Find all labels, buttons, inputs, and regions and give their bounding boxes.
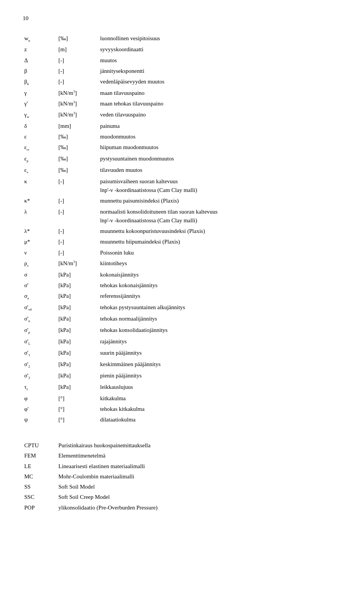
table-row: δ[mm]painuma <box>23 121 341 131</box>
unit-cell: [kPa] <box>57 348 99 359</box>
unit-cell: [-] <box>57 196 99 206</box>
table-row: εp[‰]pystysuuntainen muodonmuutos <box>23 154 341 165</box>
table-row: σ'n[kPa]tehokas normaalijännitys <box>23 314 341 325</box>
symbol-cell: γ' <box>23 99 57 109</box>
symbol-cell: wn <box>23 33 57 44</box>
symbol-cell: εcr <box>23 142 57 154</box>
table-row: wn[‰]luonnollinen vesipitoisuus <box>23 33 341 44</box>
table-row: σ'v0[kPa]tehokas pystysuuntainen alkujän… <box>23 302 341 314</box>
table-row: ε[‰]muodonmuutos <box>23 131 341 142</box>
table-row: σa[kPa]referenssijännitys <box>23 291 341 302</box>
table-row: Δ[-]muutos <box>23 55 341 66</box>
table-row: κ[-]paisumisvaiheen suoran kaltevuuslnp'… <box>23 176 341 196</box>
table-row: φ'[°]tehokas kitkakulma <box>23 404 341 415</box>
table-row: εv[‰]tilavuuden muutos <box>23 165 341 176</box>
acronym-cell: FEM <box>23 451 57 461</box>
unit-cell: [kN/m3] <box>57 88 99 99</box>
symbol-cell: σa <box>23 291 57 302</box>
unit-cell: [-] <box>57 206 99 226</box>
description-cell: pystysuuntainen muodonmuutos <box>99 154 341 165</box>
table-row: β[-]jännityseksponentti <box>23 66 341 76</box>
unit-cell: [‰] <box>57 33 99 44</box>
table-row: σ'p[kPa]tehokas konsolidaatiojännitys <box>23 325 341 336</box>
description-cell: dilataatiokulma <box>99 415 341 425</box>
description-cell: syvyyskoordinaatti <box>99 44 341 55</box>
table-row: σ'[kPa]tehokas kokonaisjännitys <box>23 280 341 291</box>
description-cell: paisumisvaiheen suoran kaltevuuslnp'-v -… <box>99 176 341 196</box>
unit-cell: [-] <box>57 66 99 76</box>
description-cell: maan tilavuuspaino <box>99 88 341 99</box>
table-row: σ'3[kPa]pienin pääjännitys <box>23 370 341 382</box>
acronym-description-cell: ylikonsolidaatio (Pre-Overburden Pressur… <box>57 503 341 513</box>
description-cell: kiintotiheys <box>99 258 341 269</box>
unit-cell: [kPa] <box>57 370 99 382</box>
symbol-cell: σ'v0 <box>23 302 57 314</box>
table-row: γ[kN/m3]maan tilavuuspaino <box>23 88 341 99</box>
table-row: μ*[-]muunnettu hiipumaindeksi (Plaxis) <box>23 237 341 247</box>
acronym-cell: CPTU <box>23 440 57 451</box>
table-row: ψ[°]dilataatiokulma <box>23 415 341 425</box>
description-cell: tehokas normaalijännitys <box>99 314 341 325</box>
table-row: λ[-]normaalisti konsolidoituneen tilan s… <box>23 206 341 226</box>
unit-cell: [°] <box>57 415 99 425</box>
acronym-description-cell: Soft Soil Model <box>57 482 341 492</box>
symbol-cell: σ' <box>23 280 57 291</box>
acronym-row: POPylikonsolidaatio (Pre-Overburden Pres… <box>23 503 341 513</box>
unit-cell: [kN/m3] <box>57 258 99 269</box>
table-row: ν[-]Poissonin luku <box>23 247 341 258</box>
unit-cell: [kPa] <box>57 359 99 370</box>
symbol-cell: β <box>23 66 57 76</box>
acronym-description-cell: Lineaarisesti elastinen materiaalimalli <box>57 461 341 472</box>
description-cell: hiipuman muodonmuutos <box>99 142 341 154</box>
table-row: σ'L[kPa]rajajännitys <box>23 336 341 348</box>
symbol-cell: εp <box>23 154 57 165</box>
acronym-description-cell: Soft Soil Creep Model <box>57 492 341 502</box>
acronym-cell: MC <box>23 472 57 482</box>
unit-cell: [-] <box>57 77 99 88</box>
unit-cell: [m] <box>57 44 99 55</box>
table-row: τf[kPa]leikkauslujuus <box>23 382 341 393</box>
table-row: γ'[kN/m3]maan tehokas tilavuuspaino <box>23 99 341 109</box>
unit-cell: [‰] <box>57 142 99 154</box>
symbol-cell: λ* <box>23 226 57 237</box>
description-cell: muunnettu kokoonpuristuvuusindeksi (Plax… <box>99 226 341 237</box>
acronym-description-cell: Mohr-Coulombin materiaalimalli <box>57 472 341 482</box>
symbol-cell: σ'L <box>23 336 57 348</box>
symbol-cell: σ'2 <box>23 359 57 370</box>
description-cell: tehokas konsolidaatiojännitys <box>99 325 341 336</box>
table-row: βk[-]vedenläpäisevyyden muutos <box>23 77 341 88</box>
description-cell: muodonmuutos <box>99 131 341 142</box>
unit-cell: [°] <box>57 404 99 415</box>
unit-cell: [kPa] <box>57 325 99 336</box>
symbol-cell: κ <box>23 176 57 196</box>
acronym-row: SSSoft Soil Model <box>23 482 341 492</box>
acronym-description-cell: Elementtimenetelmä <box>57 451 341 461</box>
unit-cell: [-] <box>57 226 99 237</box>
page-number: 10 <box>23 15 341 22</box>
description-cell: normaalisti konsolidoituneen tilan suora… <box>99 206 341 226</box>
description-cell: kitkakulma <box>99 393 341 404</box>
unit-cell: [kPa] <box>57 302 99 314</box>
unit-cell: [kPa] <box>57 336 99 348</box>
description-cell: tehokas kitkakulma <box>99 404 341 415</box>
table-row: σ[kPa]kokonaisjännitys <box>23 269 341 280</box>
symbol-cell: βk <box>23 77 57 88</box>
description-cell: tilavuuden muutos <box>99 165 341 176</box>
table-row: κ*[-]munnettu paisumisindeksi (Plaxis) <box>23 196 341 206</box>
unit-cell: [kPa] <box>57 382 99 393</box>
symbol-cell: σ <box>23 269 57 280</box>
table-row: φ[°]kitkakulma <box>23 393 341 404</box>
description-cell: muutos <box>99 55 341 66</box>
acronym-row: FEMElementtimenetelmä <box>23 451 341 461</box>
unit-cell: [kN/m3] <box>57 109 99 121</box>
description-cell: suurin pääjännitys <box>99 348 341 359</box>
acronym-row: CPTUPuristinkairaus huokospainemittaukse… <box>23 440 341 451</box>
symbol-cell: σ'n <box>23 314 57 325</box>
description-cell: pienin pääjännitys <box>99 370 341 382</box>
description-cell: referenssijännitys <box>99 291 341 302</box>
symbol-cell: Δ <box>23 55 57 66</box>
symbol-cell: λ <box>23 206 57 226</box>
unit-cell: [°] <box>57 393 99 404</box>
acronym-row: SSCSoft Soil Creep Model <box>23 492 341 502</box>
description-cell: rajajännitys <box>99 336 341 348</box>
